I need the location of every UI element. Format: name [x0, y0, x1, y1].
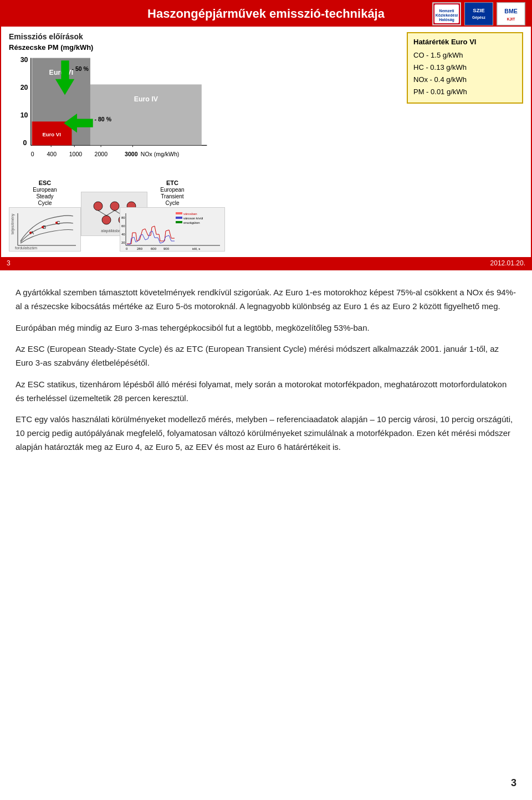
slide-footer-date: 2012.01.20. [490, 259, 525, 267]
esc-diagram: A B C fordulatszám teljesítmény [9, 207, 81, 252]
page-number-bottom: 3 [511, 777, 516, 789]
svg-text:3000: 3000 [125, 151, 138, 157]
logos-area: Nemzeti Közlekedési Hatóság SZIE Gépész … [432, 2, 525, 25]
text-content: A gyártókkal szemben támasztott követelm… [0, 270, 532, 478]
svg-text:- 80 %: - 80 % [95, 116, 112, 122]
svg-rect-68 [176, 217, 182, 219]
svg-text:600: 600 [151, 247, 157, 250]
svg-text:városban: városban [183, 212, 197, 216]
svg-text:- 50 %: - 50 % [71, 65, 89, 72]
svg-text:280: 280 [137, 247, 143, 250]
esc-cycle-box: ESC EuropeanSteadyCycle [9, 180, 81, 252]
etc-cycle-box: ETC EuropeanTransientCycle 80 60 40 [120, 180, 225, 252]
svg-text:20: 20 [121, 241, 125, 244]
hatarErtek-title: Határérték Euro VI [413, 38, 516, 46]
svg-text:Közlekedési: Közlekedési [436, 13, 458, 17]
svg-text:60: 60 [121, 224, 125, 228]
svg-text:0: 0 [31, 151, 34, 157]
svg-text:NOx (mg/kWh): NOx (mg/kWh) [141, 151, 180, 157]
right-panel: Határérték Euro VI CO - 1.5 g/kWh HC - 0… [407, 32, 523, 252]
logo-nkh: Nemzeti Közlekedési Hatóság [432, 2, 461, 25]
svg-point-45 [55, 222, 58, 224]
hatarErtek-row-hc: HC - 0.13 g/kWh [413, 61, 516, 74]
svg-text:40: 40 [121, 233, 125, 236]
svg-text:900: 900 [163, 247, 170, 250]
hatarErtek-row-pm: PM - 0.01 g/kWh [413, 86, 516, 98]
svg-text:Euro IV: Euro IV [134, 95, 158, 103]
svg-point-44 [42, 226, 44, 228]
svg-text:1000: 1000 [69, 151, 83, 157]
logo-szie: SZIE Gépész [464, 2, 493, 25]
svg-text:10: 10 [21, 111, 28, 119]
hatarErtek-box: Határérték Euro VI CO - 1.5 g/kWh HC - 0… [407, 32, 523, 104]
cycle-gap: alapállásban, % [81, 180, 114, 236]
paragraph-3: Az ESC (European Steady-State Cycle) és … [16, 342, 516, 370]
svg-text:400: 400 [47, 151, 57, 157]
svg-text:2000: 2000 [95, 151, 108, 157]
paragraph-1: A gyártókkal szemben támasztott követelm… [16, 286, 516, 314]
slide-header: Haszongépjárművek emisszió-technikája Ne… [1, 1, 531, 27]
svg-text:országúton: országúton [183, 221, 200, 224]
svg-point-49 [94, 202, 103, 211]
svg-text:KJIT: KJIT [507, 18, 515, 22]
chart-section: Emissziós előírások Részecske PM (mg/kWh… [9, 32, 401, 252]
svg-point-50 [110, 202, 119, 211]
svg-text:30: 30 [21, 56, 28, 64]
hatarErtek-row-co: CO - 1.5 g/kWh [413, 49, 516, 61]
svg-rect-59 [120, 208, 225, 252]
paragraph-4: Az ESC statikus, tizenhárom lépésből áll… [16, 378, 516, 406]
svg-point-43 [29, 232, 32, 234]
pm-label: Részecske PM (mg/kWh) [9, 43, 401, 52]
svg-text:Euro VI: Euro VI [42, 131, 61, 137]
etc-label: ETC EuropeanTransientCycle [160, 180, 184, 206]
svg-text:Hatóság: Hatóság [439, 18, 454, 22]
hatarErtek-row-nox: NOx - 0.4 g/kWh [413, 74, 516, 86]
svg-text:idő, s: idő, s [192, 247, 200, 250]
paragraph-5: ETC egy valós használati körülményeket m… [16, 413, 516, 454]
slide-title: Haszongépjárművek emisszió-technikája [147, 7, 385, 20]
svg-text:Nemzeti: Nemzeti [439, 9, 454, 13]
svg-text:városon kívül: városon kívül [183, 217, 203, 220]
svg-rect-5 [465, 3, 493, 25]
cycle-labels-row: ESC EuropeanSteadyCycle [9, 180, 401, 252]
slide-container: Haszongépjárművek emisszió-technikája Ne… [0, 0, 532, 270]
emissions-title: Emissziós előírások [9, 32, 401, 41]
svg-point-52 [102, 216, 111, 224]
bar-chart: 30 20 10 0 0 400 1000 2000 3000 NOx (mg/… [9, 53, 219, 175]
slide-footer: 3 2012.01.20. [1, 257, 531, 269]
svg-text:BME: BME [504, 8, 517, 14]
paragraph-2: Európában még mindig az Euro 3-mas teher… [16, 321, 516, 335]
svg-text:Gépész: Gépész [472, 16, 486, 20]
svg-rect-28 [90, 84, 202, 145]
svg-rect-66 [176, 212, 182, 214]
esc-label: ESC EuropeanSteadyCycle [33, 180, 57, 206]
svg-text:20: 20 [21, 84, 28, 91]
svg-text:SZIE: SZIE [473, 7, 485, 13]
etc-diagram: 80 60 40 20 városban városon kívül orszá… [120, 207, 225, 252]
svg-text:fordulatszám: fordulatszám [15, 246, 37, 250]
slide-footer-page: 3 [7, 259, 11, 267]
svg-text:80: 80 [121, 216, 125, 219]
slide-body: Emissziós előírások Részecske PM (mg/kWh… [1, 27, 531, 257]
logo-bme: BME KJIT [497, 2, 525, 25]
svg-text:0: 0 [23, 139, 27, 147]
svg-text:teljesítmény: teljesítmény [11, 213, 15, 234]
svg-rect-70 [176, 221, 182, 223]
